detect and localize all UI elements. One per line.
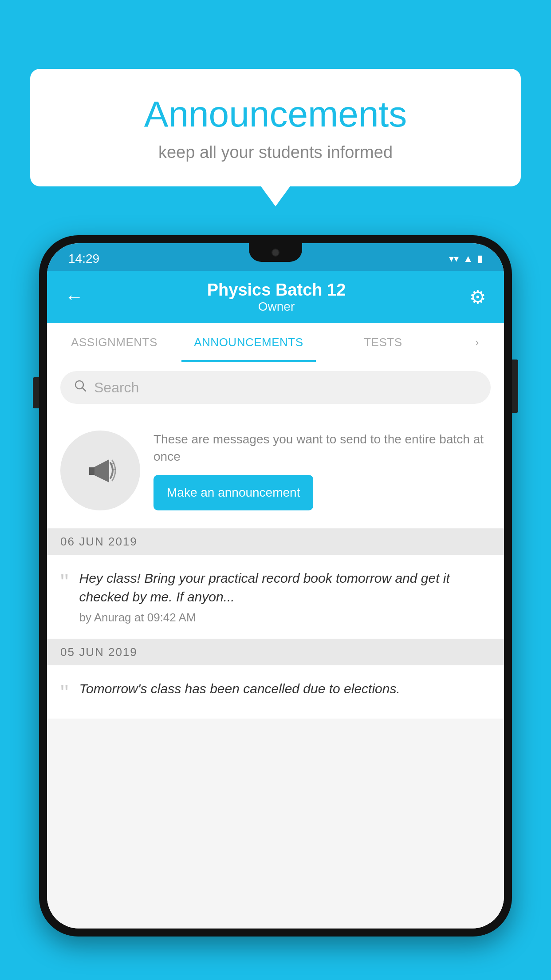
- svg-rect-2: [89, 467, 94, 475]
- front-camera: [272, 249, 279, 257]
- speech-bubble: Announcements keep all your students inf…: [30, 69, 521, 186]
- tab-more[interactable]: ›: [450, 323, 504, 362]
- header-subtitle: Owner: [207, 300, 346, 314]
- tab-tests[interactable]: TESTS: [316, 323, 450, 362]
- phone-outer: 14:29 ▾▾ ▲ ▮ ← Physics Batch 12 Owner ⚙: [39, 235, 512, 937]
- megaphone-circle: [60, 431, 140, 510]
- make-announcement-button[interactable]: Make an announcement: [153, 475, 313, 510]
- tab-bar: ASSIGNMENTS ANNOUNCEMENTS TESTS ›: [47, 323, 504, 362]
- battery-icon: ▮: [477, 253, 483, 265]
- announcement-content-1: Hey class! Bring your practical record b…: [79, 569, 491, 624]
- bubble-title: Announcements: [57, 93, 494, 135]
- announcement-description: These are messages you want to send to t…: [153, 431, 491, 465]
- announcement-item-2[interactable]: " Tomorrow's class has been cancelled du…: [47, 665, 504, 719]
- announcement-meta-1: by Anurag at 09:42 AM: [79, 611, 491, 624]
- status-time: 14:29: [68, 252, 99, 266]
- signal-icon: ▲: [463, 253, 473, 265]
- search-bar[interactable]: Search: [60, 371, 491, 404]
- phone-screen: 14:29 ▾▾ ▲ ▮ ← Physics Batch 12 Owner ⚙: [47, 243, 504, 929]
- search-bar-container: Search: [47, 362, 504, 413]
- tab-assignments[interactable]: ASSIGNMENTS: [47, 323, 181, 362]
- wifi-icon: ▾▾: [449, 253, 459, 265]
- date-separator-2: 05 JUN 2019: [47, 639, 504, 665]
- settings-icon[interactable]: ⚙: [469, 286, 486, 308]
- megaphone-icon: [80, 450, 120, 490]
- search-placeholder: Search: [94, 379, 139, 396]
- status-icons: ▾▾ ▲ ▮: [449, 253, 483, 265]
- header-title: Physics Batch 12: [207, 281, 346, 300]
- announcement-content-2: Tomorrow's class has been cancelled due …: [79, 680, 491, 703]
- date-separator-1: 06 JUN 2019: [47, 529, 504, 555]
- speech-bubble-container: Announcements keep all your students inf…: [30, 69, 521, 186]
- screen-content: Search: [47, 362, 504, 929]
- announcement-text-2: Tomorrow's class has been cancelled due …: [79, 680, 491, 698]
- back-button[interactable]: ←: [65, 286, 83, 308]
- announcement-text-1: Hey class! Bring your practical record b…: [79, 569, 491, 606]
- svg-line-1: [83, 388, 86, 391]
- announcement-intro: These are messages you want to send to t…: [47, 413, 504, 529]
- announcement-right: These are messages you want to send to t…: [153, 431, 491, 510]
- quote-icon-2: ": [60, 681, 68, 704]
- search-icon: [74, 379, 87, 396]
- phone-container: 14:29 ▾▾ ▲ ▮ ← Physics Batch 12 Owner ⚙: [39, 235, 512, 980]
- bubble-subtitle: keep all your students informed: [57, 143, 494, 162]
- announcement-item-1[interactable]: " Hey class! Bring your practical record…: [47, 555, 504, 639]
- app-header: ← Physics Batch 12 Owner ⚙: [47, 271, 504, 323]
- header-center: Physics Batch 12 Owner: [207, 281, 346, 314]
- tab-announcements[interactable]: ANNOUNCEMENTS: [181, 323, 316, 362]
- quote-icon-1: ": [60, 571, 68, 594]
- phone-notch: [249, 243, 302, 262]
